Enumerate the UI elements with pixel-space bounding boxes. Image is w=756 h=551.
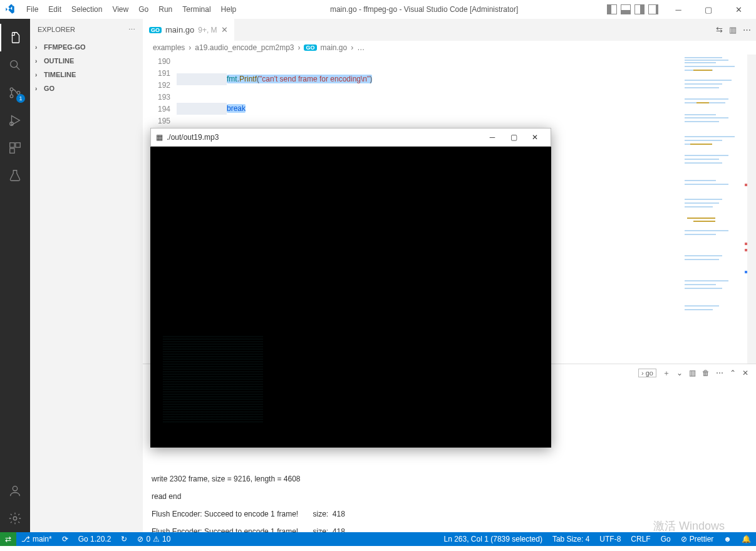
svg-rect-9 bbox=[10, 149, 14, 153]
layout-controls bbox=[607, 4, 658, 14]
player-titlebar[interactable]: ▦ ./out/out19.mp3 ─ ▢ ✕ bbox=[150, 128, 551, 147]
editor-scrollbar[interactable] bbox=[747, 55, 756, 364]
explorer-header: EXPLORER ⋯ bbox=[30, 19, 143, 40]
terminal-new-icon[interactable]: ＋ bbox=[663, 368, 670, 379]
tab-label: main.go bbox=[165, 25, 194, 34]
activity-testing[interactable] bbox=[0, 162, 30, 189]
svg-point-0 bbox=[11, 61, 18, 68]
chevron-up-icon[interactable]: ⌃ bbox=[730, 369, 736, 377]
svg-point-11 bbox=[13, 517, 17, 520]
activity-run[interactable] bbox=[0, 107, 30, 134]
go-icon: GO bbox=[304, 45, 316, 51]
go-icon: GO bbox=[149, 27, 162, 33]
layout-icon[interactable] bbox=[621, 4, 631, 14]
layout-icon[interactable] bbox=[648, 4, 658, 14]
status-bar: ⇄ ⎇ main* ⟳ Go 1.20.2 ↻ ⊘ 0 ⚠ 10 Ln 263,… bbox=[0, 532, 756, 546]
chevron-down-icon[interactable]: ⌄ bbox=[676, 369, 683, 377]
breadcrumb-item[interactable]: examples bbox=[153, 43, 185, 52]
minimize-button[interactable]: ─ bbox=[666, 0, 691, 19]
maximize-button[interactable]: ▢ bbox=[696, 0, 721, 19]
tab-close-icon[interactable]: ✕ bbox=[221, 25, 228, 34]
close-button[interactable]: ✕ bbox=[726, 0, 751, 19]
menu-run[interactable]: Run bbox=[153, 3, 177, 16]
trash-icon[interactable]: 🗑 bbox=[702, 369, 710, 377]
player-maximize-icon[interactable]: ▢ bbox=[503, 133, 524, 142]
status-branch[interactable]: ⎇ main* bbox=[16, 532, 57, 546]
status-problems[interactable]: ⊘ 0 ⚠ 10 bbox=[132, 532, 175, 546]
compare-icon[interactable]: ⇆ bbox=[716, 25, 723, 34]
title-bar: File Edit Selection View Go Run Terminal… bbox=[0, 0, 756, 19]
breadcrumb[interactable]: examples › a19.audio_encode_pcm2mp3 › GO… bbox=[143, 41, 756, 55]
layout-icon[interactable] bbox=[634, 4, 645, 14]
menu-edit[interactable]: Edit bbox=[43, 3, 66, 16]
split-terminal-icon[interactable]: ▥ bbox=[689, 369, 696, 377]
player-app-icon: ▦ bbox=[156, 133, 163, 142]
activity-settings[interactable] bbox=[0, 505, 30, 532]
remote-indicator[interactable]: ⇄ bbox=[0, 532, 16, 546]
activity-explorer[interactable] bbox=[0, 24, 30, 51]
tab-bar: GO main.go 9+, M ✕ ⇆ ▥ ⋯ bbox=[143, 19, 756, 41]
menu-help[interactable]: Help bbox=[216, 3, 242, 16]
sidebar-item-label: GO bbox=[44, 85, 54, 92]
sidebar-item-timeline[interactable]: ›TIMELINE bbox=[30, 68, 143, 81]
svg-rect-8 bbox=[16, 143, 20, 147]
activity-scm[interactable]: 1 bbox=[0, 79, 30, 107]
svg-point-10 bbox=[13, 486, 17, 491]
breadcrumb-item[interactable]: main.go bbox=[321, 43, 348, 52]
activity-bar: 1 bbox=[0, 19, 30, 532]
sidebar-item-outline[interactable]: ›OUTLINE bbox=[30, 54, 143, 68]
player-close-icon[interactable]: ✕ bbox=[524, 133, 546, 142]
breadcrumb-item[interactable]: a19.audio_encode_pcm2mp3 bbox=[195, 43, 294, 52]
breadcrumb-more[interactable]: … bbox=[357, 43, 365, 52]
status-go-reload[interactable]: ↻ bbox=[116, 532, 132, 546]
more-icon[interactable]: ⋯ bbox=[716, 369, 723, 377]
player-canvas bbox=[150, 147, 551, 448]
tab-meta: 9+, M bbox=[198, 26, 217, 34]
status-encoding[interactable]: UTF-8 bbox=[594, 532, 626, 546]
sidebar-item-label: FFMPEG-GO bbox=[44, 43, 86, 51]
status-tabsize[interactable]: Tab Size: 4 bbox=[547, 532, 594, 546]
svg-rect-7 bbox=[10, 143, 14, 147]
player-window[interactable]: ▦ ./out/out19.mp3 ─ ▢ ✕ bbox=[150, 128, 551, 448]
menu-terminal[interactable]: Terminal bbox=[177, 3, 215, 16]
menu-bar: File Edit Selection View Go Run Terminal… bbox=[21, 3, 241, 16]
status-go-version[interactable]: Go 1.20.2 bbox=[73, 532, 117, 546]
sidebar: EXPLORER ⋯ ›FFMPEG-GO ›OUTLINE ›TIMELINE… bbox=[30, 19, 143, 532]
svg-marker-5 bbox=[12, 116, 20, 125]
svg-line-1 bbox=[16, 66, 19, 70]
svg-point-3 bbox=[10, 95, 13, 98]
minimap[interactable] bbox=[681, 55, 747, 364]
explorer-more-icon[interactable]: ⋯ bbox=[128, 26, 135, 34]
activity-account[interactable] bbox=[0, 477, 30, 505]
close-panel-icon[interactable]: ✕ bbox=[742, 369, 748, 377]
more-icon[interactable]: ⋯ bbox=[743, 25, 751, 34]
menu-go[interactable]: Go bbox=[133, 3, 153, 16]
sidebar-item-go[interactable]: ›GO bbox=[30, 81, 143, 95]
sidebar-item-ffmpeg[interactable]: ›FFMPEG-GO bbox=[30, 40, 143, 54]
status-language[interactable]: Go bbox=[656, 532, 676, 546]
menu-view[interactable]: View bbox=[107, 3, 133, 16]
status-feedback[interactable]: ☻ bbox=[718, 532, 737, 546]
status-cursor[interactable]: Ln 263, Col 1 (7839 selected) bbox=[439, 532, 547, 546]
window-title: main.go - ffmpeg-go - Visual Studio Code… bbox=[241, 5, 607, 14]
status-eol[interactable]: CRLF bbox=[626, 532, 655, 546]
status-prettier[interactable]: ⊘ Prettier bbox=[676, 532, 719, 546]
activity-extensions[interactable] bbox=[0, 134, 30, 162]
explorer-title: EXPLORER bbox=[38, 26, 75, 33]
menu-file[interactable]: File bbox=[21, 3, 43, 16]
layout-icon[interactable] bbox=[607, 4, 617, 14]
sidebar-item-label: OUTLINE bbox=[44, 57, 74, 65]
terminal-profile[interactable]: › go bbox=[638, 369, 656, 377]
menu-selection[interactable]: Selection bbox=[66, 3, 107, 16]
player-minimize-icon[interactable]: ─ bbox=[482, 133, 503, 142]
scm-badge: 1 bbox=[16, 94, 25, 103]
status-sync[interactable]: ⟳ bbox=[57, 532, 73, 546]
status-bell[interactable]: 🔔 bbox=[737, 532, 756, 546]
vscode-icon bbox=[5, 4, 15, 14]
sidebar-item-label: TIMELINE bbox=[44, 71, 76, 78]
activity-search[interactable] bbox=[0, 51, 30, 79]
tab-main-go[interactable]: GO main.go 9+, M ✕ bbox=[143, 19, 234, 41]
split-icon[interactable]: ▥ bbox=[729, 25, 737, 34]
player-title: ./out/out19.mp3 bbox=[167, 133, 482, 142]
svg-point-2 bbox=[10, 88, 13, 91]
